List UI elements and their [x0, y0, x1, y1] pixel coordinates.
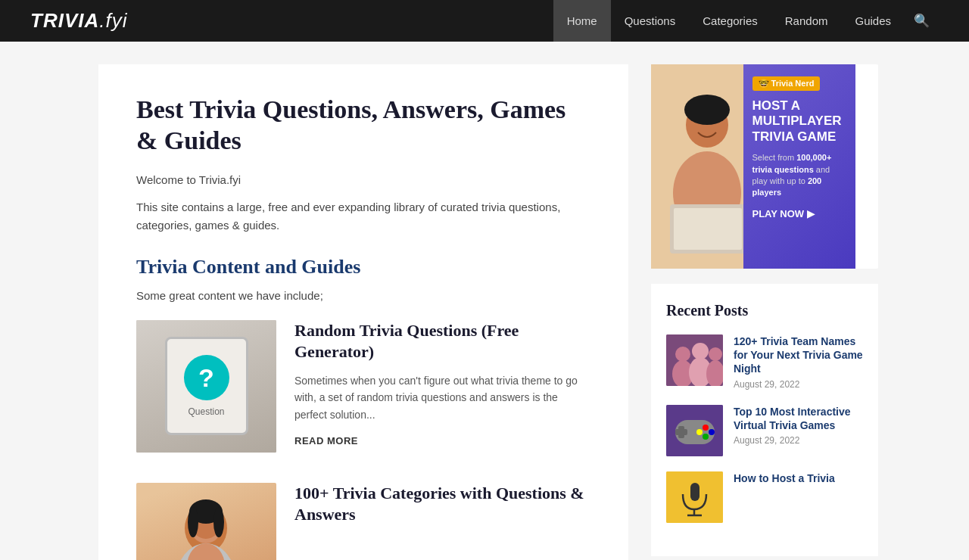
- rp-title-3[interactable]: How to Host a Trivia: [734, 471, 863, 485]
- article-title-2[interactable]: 100+ Trivia Categories with Questions & …: [294, 483, 590, 526]
- rp-thumb-3: [666, 471, 723, 523]
- svg-point-25: [703, 425, 709, 431]
- nav-questions[interactable]: Questions: [611, 0, 690, 42]
- nav-home[interactable]: Home: [553, 0, 611, 42]
- game-thumb: [666, 405, 723, 456]
- rp-info-3: How to Host a Trivia: [734, 471, 863, 488]
- article-card-1: ? Question Random Trivia Questions (Free…: [136, 320, 590, 453]
- thumb-bg: ? Question: [136, 320, 276, 453]
- recent-post-3[interactable]: How to Host a Trivia: [666, 471, 863, 523]
- question-thumb-image: ? Question: [136, 320, 276, 453]
- recent-post-1[interactable]: 120+ Trivia Team Names for Your Next Tri…: [666, 334, 863, 390]
- game-svg: [666, 405, 723, 456]
- article-body-2: 100+ Trivia Categories with Questions & …: [294, 483, 590, 535]
- some-great-text: Some great content we have include;: [136, 289, 590, 302]
- article-card-2: 100+ Trivia Categories with Questions & …: [136, 483, 590, 560]
- search-icon[interactable]: 🔍: [905, 0, 939, 42]
- section-title: Trivia Content and Guides: [136, 256, 590, 278]
- friends-thumb: [666, 334, 723, 386]
- navigation: TRIVIA.fyi Home Questions Categories Ran…: [0, 0, 969, 42]
- intro-text: This site contains a large, free and eve…: [136, 198, 590, 235]
- read-more-1[interactable]: READ MORE: [294, 435, 358, 446]
- svg-point-5: [213, 507, 224, 537]
- recent-posts-title: Recent Posts: [666, 302, 863, 319]
- logo-suffix: .fyi: [99, 9, 127, 32]
- site-logo[interactable]: TRIVIA.fyi: [30, 9, 127, 33]
- main-content: Best Trivia Questions, Answers, Games & …: [98, 64, 628, 560]
- svg-point-10: [684, 95, 730, 125]
- recent-posts-section: Recent Posts: [651, 284, 878, 556]
- svg-point-17: [692, 343, 709, 359]
- rp-thumb-1: [666, 334, 723, 386]
- page-title: Best Trivia Questions, Answers, Games & …: [136, 95, 590, 157]
- ad-cta[interactable]: PLAY NOW ▶: [752, 208, 847, 219]
- article-body-1: Random Trivia Questions (Free Generator)…: [294, 320, 590, 447]
- svg-rect-13: [674, 208, 742, 250]
- article-excerpt-1: Sometimes when you can't figure out what…: [294, 372, 590, 423]
- yellow-svg: [666, 471, 723, 523]
- question-circle: ?: [184, 355, 229, 400]
- question-label: Question: [188, 406, 224, 417]
- ad-subtext: Select from 100,000+ trivia questions an…: [752, 152, 847, 199]
- logo-text: TRIVIA: [30, 9, 99, 32]
- welcome-text: Welcome to Trivia.fyi: [136, 173, 590, 186]
- sidebar: 🤓 Trivia Nerd HOST A MULTIPLAYER TRIVIA …: [651, 64, 878, 560]
- woman-thumb-image: [136, 483, 276, 560]
- yellow-thumb: [666, 471, 723, 523]
- tablet-body: ? Question: [165, 337, 248, 435]
- rp-info-1: 120+ Trivia Team Names for Your Next Tri…: [734, 334, 863, 390]
- nav-categories[interactable]: Categories: [689, 0, 771, 42]
- svg-point-27: [703, 434, 709, 440]
- ad-banner[interactable]: 🤓 Trivia Nerd HOST A MULTIPLAYER TRIVIA …: [651, 64, 855, 269]
- rp-info-2: Top 10 Most Interactive Virtual Trivia G…: [734, 405, 863, 446]
- recent-post-2[interactable]: Top 10 Most Interactive Virtual Trivia G…: [666, 405, 863, 456]
- nav-random[interactable]: Random: [771, 0, 842, 42]
- svg-point-19: [709, 347, 722, 361]
- friends-svg: [666, 334, 723, 386]
- article-thumb-1[interactable]: ? Question: [136, 320, 276, 453]
- svg-point-26: [709, 429, 715, 435]
- nav-links: Home Questions Categories Random Guides …: [553, 0, 939, 42]
- svg-point-15: [675, 347, 690, 362]
- ad-heading: HOST A MULTIPLAYER TRIVIA GAME: [752, 98, 847, 145]
- sidebar-ad: 🤓 Trivia Nerd HOST A MULTIPLAYER TRIVIA …: [651, 64, 878, 269]
- rp-date-2: August 29, 2022: [734, 435, 863, 446]
- page-wrapper: Best Trivia Questions, Answers, Games & …: [0, 42, 969, 560]
- rp-date-1: August 29, 2022: [734, 379, 863, 390]
- svg-point-28: [696, 429, 703, 435]
- nav-guides[interactable]: Guides: [841, 0, 905, 42]
- rp-title-1[interactable]: 120+ Trivia Team Names for Your Next Tri…: [734, 334, 863, 376]
- svg-rect-30: [690, 483, 699, 501]
- article-thumb-2[interactable]: [136, 483, 276, 560]
- ad-overlay: 🤓 Trivia Nerd HOST A MULTIPLAYER TRIVIA …: [743, 64, 856, 269]
- woman-svg: [136, 483, 276, 560]
- ad-badge: 🤓 Trivia Nerd: [752, 76, 821, 91]
- article-title-1[interactable]: Random Trivia Questions (Free Generator): [294, 320, 590, 363]
- rp-thumb-2: [666, 405, 723, 456]
- rp-title-2[interactable]: Top 10 Most Interactive Virtual Trivia G…: [734, 405, 863, 432]
- svg-rect-24: [675, 429, 687, 435]
- svg-point-4: [188, 507, 198, 537]
